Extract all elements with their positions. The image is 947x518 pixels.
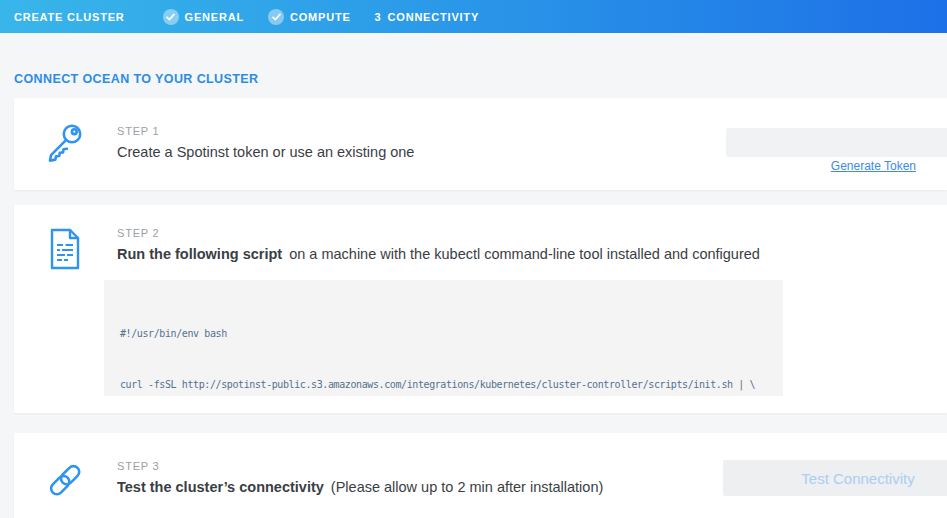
step1-text: STEP 1 Create a Spotinst token or use an… (117, 125, 414, 160)
tab-compute-label: COMPUTE (290, 11, 351, 23)
step3-label: STEP 3 (117, 460, 603, 472)
tab-general-label: GENERAL (185, 11, 244, 23)
tab-compute[interactable]: COMPUTE (268, 9, 351, 25)
step3-title-rest: (Please allow up to 2 min after installa… (327, 479, 603, 495)
step3-text: STEP 3 Test the cluster’s connectivity (… (117, 460, 603, 495)
generate-token-link[interactable]: Generate Token (831, 159, 916, 173)
step3-card: STEP 3 Test the cluster’s connectivity (… (14, 433, 947, 518)
step2-title: Run the following script on a machine wi… (117, 246, 760, 262)
step1-title: Create a Spotinst token or use an existi… (117, 144, 414, 160)
wizard-header-bar: CREATE CLUSTER GENERAL COMPUTE 3 CONNECT… (0, 0, 947, 33)
step3-title: Test the cluster’s connectivity (Please … (117, 479, 603, 495)
step2-title-bold: Run the following script (117, 246, 282, 262)
step2-label: STEP 2 (117, 227, 760, 239)
code-line: curl -fsSL http://spotinst-public.s3.ama… (120, 376, 767, 393)
test-connectivity-button[interactable]: Test Connectivity (723, 460, 947, 496)
key-icon (46, 122, 84, 166)
wizard-title: CREATE CLUSTER (14, 11, 125, 23)
step1-label: STEP 1 (117, 125, 414, 137)
check-icon (163, 9, 179, 25)
link-chain-icon (46, 457, 84, 501)
script-file-icon (46, 227, 84, 271)
tab-connectivity[interactable]: 3 CONNECTIVITY (375, 11, 479, 23)
tab-general[interactable]: GENERAL (163, 9, 244, 25)
code-line: #!/usr/bin/env bash (120, 325, 767, 342)
step2-text: STEP 2 Run the following script on a mac… (117, 227, 760, 262)
token-input[interactable] (726, 128, 947, 157)
install-script-code-block: #!/usr/bin/env bash curl -fsSL http://sp… (104, 280, 783, 396)
step2-card: STEP 2 Run the following script on a mac… (14, 205, 947, 413)
tab-connectivity-label: CONNECTIVITY (388, 11, 480, 23)
step2-title-rest: on a machine with the kubectl command-li… (285, 246, 760, 262)
page-title: CONNECT OCEAN TO YOUR CLUSTER (14, 72, 259, 86)
step3-title-bold: Test the cluster’s connectivity (117, 479, 324, 495)
check-icon (268, 9, 284, 25)
step1-card: STEP 1 Create a Spotinst token or use an… (14, 98, 947, 190)
tab-connectivity-number: 3 (375, 11, 382, 23)
